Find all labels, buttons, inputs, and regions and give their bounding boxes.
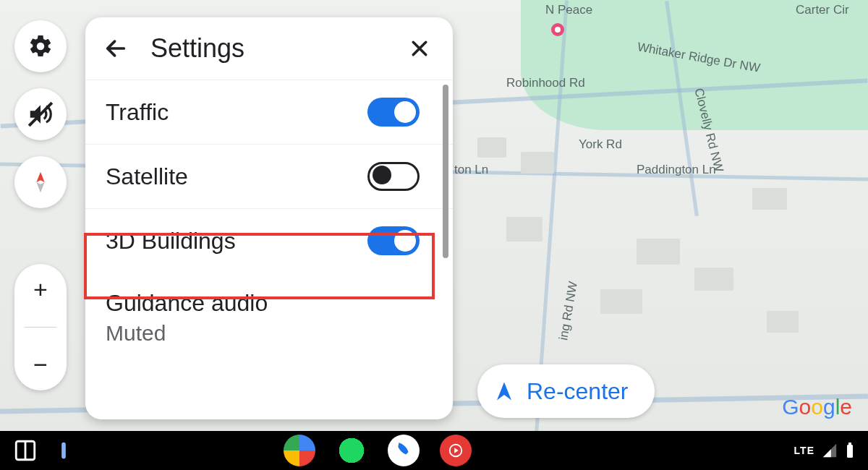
zoom-out-button[interactable]: − [33, 351, 48, 379]
road-label: York Rd [579, 137, 622, 152]
status-area: LTE [794, 442, 855, 459]
toggle-satellite[interactable] [367, 162, 420, 191]
svg-point-1 [555, 27, 561, 33]
svg-rect-7 [61, 443, 66, 459]
row-label: 3D Buildings [106, 228, 367, 255]
svg-marker-4 [36, 182, 44, 192]
row-label: Guidance audio [106, 290, 420, 317]
recenter-label: Re-center [527, 378, 629, 405]
volume-muted-icon [27, 101, 54, 128]
system-bar: LTE [0, 431, 868, 470]
app-dock [13, 435, 472, 466]
close-icon [409, 38, 430, 59]
zoom-in-button[interactable]: + [33, 275, 48, 304]
toggle-traffic[interactable] [367, 98, 420, 127]
map-building [637, 239, 680, 265]
panel-header: Settings [85, 17, 453, 80]
panel-body[interactable]: Traffic Satellite 3D Buildings Guidance … [85, 80, 453, 419]
road-label: N Peace [545, 3, 592, 17]
app-icon-music[interactable] [440, 435, 472, 466]
toggle-knob [394, 101, 416, 123]
map-building [477, 137, 506, 158]
close-button[interactable] [405, 34, 434, 63]
battery-icon [845, 442, 855, 459]
settings-row-guidance-audio[interactable]: Guidance audio [85, 273, 453, 321]
svg-rect-10 [847, 445, 853, 458]
gear-icon [27, 33, 54, 59]
network-label: LTE [794, 445, 814, 456]
navigation-arrow-icon [493, 380, 515, 402]
app-icon-google[interactable] [284, 435, 315, 466]
row-label: Traffic [106, 99, 367, 126]
map-building [694, 268, 733, 291]
app-icon-spotify[interactable] [336, 435, 367, 466]
recenter-button[interactable]: Re-center [477, 364, 655, 418]
park-area [521, 0, 868, 130]
toggle-3d-buildings[interactable] [367, 226, 420, 255]
scrollbar[interactable] [443, 85, 448, 258]
toggle-knob [373, 166, 391, 184]
poi-pin-icon [550, 22, 566, 38]
svg-marker-9 [454, 448, 459, 453]
arrow-left-icon [103, 36, 128, 61]
mute-button[interactable] [14, 88, 67, 140]
map-building [752, 188, 787, 210]
map-building [521, 152, 554, 174]
settings-row-satellite[interactable]: Satellite [85, 145, 453, 209]
svg-marker-3 [36, 172, 44, 182]
settings-row-traffic[interactable]: Traffic [85, 80, 453, 145]
road-label: Paddington Ln [637, 163, 716, 177]
road-label: ing Rd NW [556, 281, 581, 341]
settings-panel: Settings Traffic Satellite 3D Buildings … [85, 17, 453, 419]
map-building [600, 289, 642, 314]
svg-rect-11 [848, 443, 851, 445]
back-button[interactable] [101, 34, 130, 63]
app-icon-phone[interactable] [388, 435, 420, 466]
toggle-knob [394, 230, 416, 252]
compass-icon [28, 170, 53, 195]
map-building [767, 311, 799, 333]
open-settings-button[interactable] [14, 20, 67, 72]
guidance-audio-value: Muted [85, 321, 453, 346]
road-label: Robinhood Rd [506, 76, 585, 90]
signal-icon [822, 443, 838, 458]
google-logo: Google [782, 395, 852, 419]
map-building [506, 217, 542, 242]
assistant-icon[interactable] [58, 438, 69, 463]
panel-title: Settings [150, 33, 405, 64]
row-label: Satellite [106, 163, 367, 190]
compass-button[interactable] [14, 156, 67, 208]
app-grid-icon[interactable] [13, 438, 38, 463]
road-label: Carter Cir [796, 3, 849, 17]
road-label: ton Ln [454, 163, 488, 177]
zoom-control: + − [14, 264, 67, 390]
divider [25, 327, 56, 328]
settings-row-3d-buildings[interactable]: 3D Buildings [85, 209, 453, 273]
